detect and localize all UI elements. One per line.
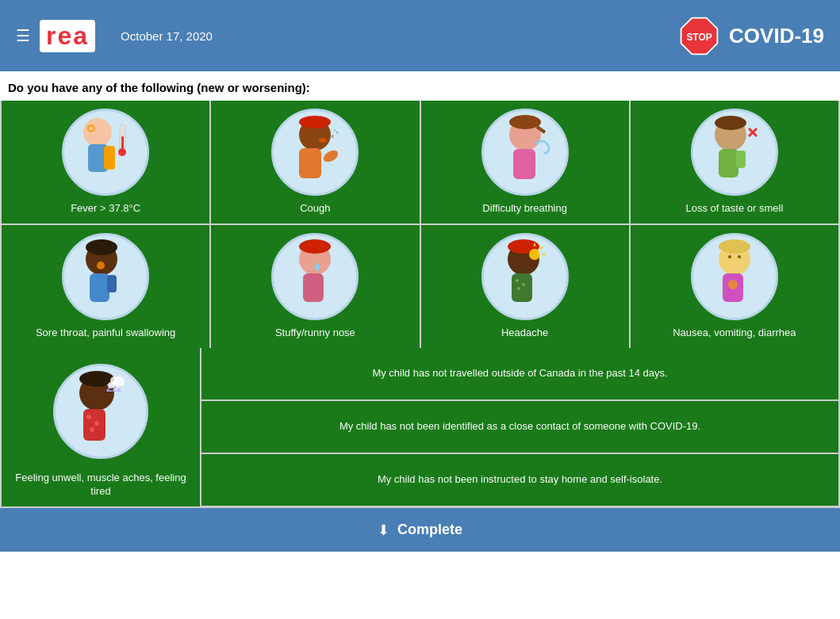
throat-icon-circle [62, 233, 149, 320]
svg-point-16 [334, 129, 336, 131]
svg-rect-24 [736, 151, 746, 168]
headache-illustration [485, 237, 565, 316]
svg-point-13 [319, 138, 327, 143]
svg-point-22 [715, 116, 746, 130]
nausea-label: Nausea, vomiting, diarrhea [673, 327, 796, 340]
header-left: ☰ rea October 17, 2020 [16, 20, 213, 52]
bottom-row: Zzz Feeling unwell, muscle aches, feelin… [0, 348, 840, 508]
nose-label: Stuffy/runny nose [275, 327, 355, 340]
tired-icon-circle: Zzz [53, 364, 148, 459]
statements-column: My child has not travelled outside of Ca… [201, 348, 838, 506]
svg-point-41 [517, 287, 520, 290]
nausea-illustration [695, 237, 774, 316]
svg-point-7 [118, 148, 126, 156]
app-header: ☰ rea October 17, 2020 STOP COVID-19 [0, 0, 840, 71]
svg-point-15 [336, 132, 339, 134]
taste-icon-circle [691, 109, 778, 196]
svg-point-8 [88, 125, 94, 132]
throat-illustration [66, 237, 145, 316]
hamburger-icon[interactable]: ☰ [16, 26, 30, 45]
svg-point-40 [522, 283, 525, 286]
symptom-cough[interactable]: Cough [211, 101, 419, 224]
tired-illustration: Zzz [57, 368, 144, 455]
headache-label: Headache [501, 327, 548, 340]
symptom-throat[interactable]: Sore throat, painful swallowing [2, 225, 209, 348]
svg-point-42 [529, 249, 540, 260]
cough-icon-circle [271, 109, 359, 196]
symptom-nausea[interactable]: Nausea, vomiting, diarrhea [631, 225, 838, 348]
svg-rect-29 [90, 273, 109, 302]
covid-badge: STOP COVID-19 [677, 14, 824, 58]
svg-rect-23 [719, 149, 738, 178]
statement-travel[interactable]: My child has not travelled outside of Ca… [201, 348, 838, 399]
svg-rect-11 [299, 148, 321, 178]
svg-point-2 [83, 118, 112, 147]
svg-point-33 [299, 239, 331, 254]
fever-label: Fever > 37.8°C [71, 202, 140, 216]
nausea-icon-circle [691, 233, 778, 320]
svg-point-31 [97, 262, 105, 269]
svg-point-18 [509, 115, 541, 129]
fever-illustration [66, 113, 145, 192]
svg-point-51 [728, 280, 738, 289]
statement-isolate-text: My child has not been instructed to stay… [378, 472, 662, 487]
footer-bar[interactable]: ⬇ Complete [0, 508, 840, 552]
svg-point-35 [315, 263, 320, 271]
svg-rect-54 [83, 409, 105, 441]
symptom-taste[interactable]: Loss of taste or smell [631, 101, 838, 224]
symptom-nose[interactable]: Stuffy/runny nose [211, 225, 419, 348]
statement-travel-text: My child has not travelled outside of Ca… [372, 366, 667, 380]
cough-label: Cough [300, 202, 330, 216]
svg-point-61 [113, 376, 125, 388]
covid-label: COVID-19 [729, 24, 824, 48]
taste-label: Loss of taste or smell [685, 202, 783, 216]
question-text: Do you have any of the following (new or… [0, 71, 840, 101]
svg-point-47 [719, 239, 750, 254]
svg-text:STOP: STOP [686, 32, 712, 43]
breathing-icon-circle [481, 109, 569, 196]
svg-point-50 [738, 255, 741, 258]
fever-icon-circle [62, 109, 149, 196]
complete-icon: ⬇ [378, 522, 389, 539]
svg-point-28 [86, 239, 117, 255]
breathing-label: Difficulty breathing [482, 202, 567, 216]
headache-icon-circle [481, 233, 569, 320]
tired-label: Feeling unwell, muscle aches, feeling ti… [6, 472, 196, 499]
breathing-illustration [485, 113, 565, 192]
svg-rect-34 [303, 273, 324, 302]
symptom-grid: Fever > 37.8°C Cough [0, 101, 840, 348]
svg-point-57 [90, 427, 94, 432]
symptom-breathing[interactable]: Difficulty breathing [421, 101, 629, 224]
cough-illustration [275, 113, 355, 192]
nose-icon-circle [271, 233, 359, 320]
svg-point-10 [299, 116, 331, 128]
question-label: Do you have any of the following (new or… [8, 81, 310, 94]
statement-isolate[interactable]: My child has not been instructed to stay… [201, 454, 838, 506]
svg-point-14 [331, 135, 334, 138]
svg-point-56 [94, 421, 99, 426]
svg-point-55 [86, 415, 91, 419]
symptom-fever[interactable]: Fever > 37.8°C [2, 101, 209, 224]
symptom-tired[interactable]: Zzz Feeling unwell, muscle aches, feelin… [2, 348, 200, 506]
svg-line-45 [540, 246, 543, 249]
svg-point-39 [516, 279, 519, 282]
statement-contact[interactable]: My child has not been identified as a cl… [201, 401, 838, 453]
svg-rect-38 [512, 273, 532, 302]
complete-button-label: Complete [397, 522, 462, 538]
statement-contact-text: My child has not been identified as a cl… [339, 419, 700, 434]
nose-illustration [275, 237, 355, 316]
svg-point-12 [322, 148, 340, 164]
taste-illustration [695, 113, 774, 192]
svg-rect-4 [104, 146, 115, 170]
svg-point-49 [728, 255, 731, 258]
svg-rect-30 [107, 275, 117, 292]
header-date: October 17, 2020 [121, 29, 213, 43]
stop-sign-icon: STOP [677, 14, 721, 58]
symptom-headache[interactable]: Headache [421, 225, 629, 348]
app-logo: rea [40, 20, 95, 52]
svg-rect-20 [513, 149, 535, 179]
throat-label: Sore throat, painful swallowing [36, 327, 175, 340]
